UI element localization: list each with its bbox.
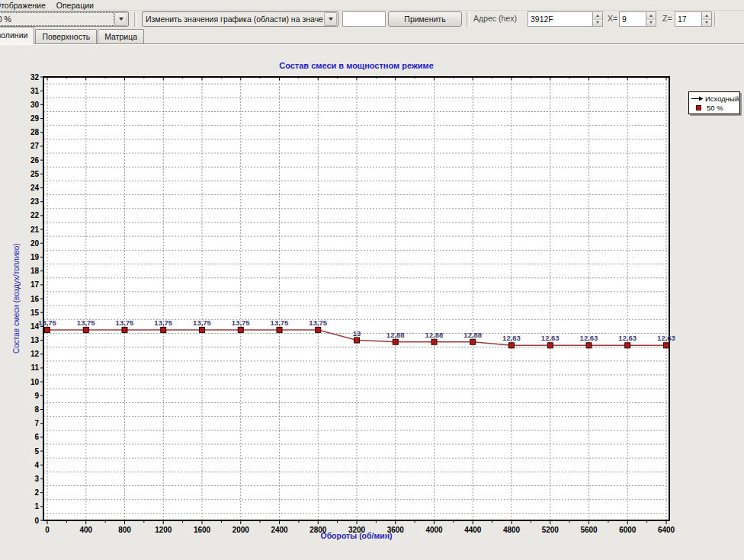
z-coordinate-label: Z= bbox=[662, 14, 672, 23]
y-tick-label: 28 bbox=[30, 128, 40, 136]
point-value-label: 13,75 bbox=[77, 318, 95, 327]
spin-up-icon[interactable] bbox=[646, 12, 656, 20]
y-tick-label: 29 bbox=[30, 114, 40, 123]
y-tick-label: 19 bbox=[30, 253, 40, 261]
data-point[interactable] bbox=[509, 343, 515, 348]
y-tick-label: 24 bbox=[30, 184, 40, 192]
x-coordinate-spinner[interactable] bbox=[619, 11, 656, 27]
y-tick-label: 16 bbox=[30, 295, 40, 303]
operation-select-value: Изменить значения графика (области) на з… bbox=[143, 13, 323, 25]
chevron-down-icon[interactable] bbox=[114, 12, 127, 26]
point-value-label: 13 bbox=[353, 329, 361, 338]
point-value-label: 13,75 bbox=[232, 318, 250, 327]
z-coordinate-input[interactable] bbox=[675, 11, 701, 27]
point-value-label: 12,63 bbox=[580, 334, 598, 342]
data-point[interactable] bbox=[238, 327, 243, 332]
menu-item-operations[interactable]: Операции bbox=[51, 1, 99, 10]
x-tick-label: 5600 bbox=[580, 526, 598, 534]
x-tick-label: 2800 bbox=[309, 526, 327, 534]
x-coordinate-input[interactable] bbox=[619, 11, 646, 27]
z-spin-buttons[interactable] bbox=[701, 11, 712, 27]
x-tick-label: 800 bbox=[118, 526, 131, 534]
map-version-select[interactable]: 50 % bbox=[0, 11, 129, 27]
toolbar-separator bbox=[134, 12, 137, 27]
data-point[interactable] bbox=[625, 343, 630, 348]
spin-up-icon[interactable] bbox=[593, 12, 602, 20]
value-input[interactable] bbox=[342, 11, 386, 27]
data-point[interactable] bbox=[122, 327, 127, 332]
y-tick-label: 17 bbox=[30, 280, 40, 289]
tab-izolinii[interactable]: Изолинии bbox=[0, 27, 34, 44]
spin-down-icon[interactable] bbox=[702, 20, 711, 27]
tab-poverhnost[interactable]: Поверхность bbox=[35, 29, 97, 43]
x-spin-buttons[interactable] bbox=[646, 11, 656, 27]
data-point[interactable] bbox=[83, 327, 88, 332]
x-tick-label: 1200 bbox=[155, 526, 172, 534]
data-point[interactable] bbox=[354, 338, 360, 343]
x-tick-label: 6000 bbox=[619, 526, 637, 534]
x-tick-label: 3200 bbox=[348, 526, 366, 534]
data-point[interactable] bbox=[547, 343, 553, 348]
y-tick-label: 31 bbox=[30, 87, 40, 95]
chevron-down-icon[interactable] bbox=[324, 12, 337, 26]
x-tick-label: 2400 bbox=[271, 526, 288, 534]
legend-item-50: 50 % bbox=[691, 103, 737, 112]
point-value-label: 13,75 bbox=[38, 318, 56, 327]
y-tick-label: 15 bbox=[30, 309, 40, 317]
y-tick-label: 23 bbox=[30, 197, 40, 206]
y-tick-label: 18 bbox=[30, 267, 40, 275]
apply-button[interactable]: Применить bbox=[388, 11, 462, 27]
address-spinner[interactable] bbox=[528, 11, 603, 27]
x-tick-label: 400 bbox=[79, 526, 92, 534]
data-point[interactable] bbox=[586, 343, 592, 348]
chart-area: Состав смеси в мощностном режиме Состав … bbox=[0, 44, 744, 560]
toolbar-separator bbox=[714, 12, 717, 27]
point-value-label: 13,75 bbox=[271, 318, 289, 327]
point-value-label: 12,63 bbox=[657, 334, 675, 342]
menu-item-display[interactable]: Отображение bbox=[0, 1, 51, 10]
x-tick-label: 6400 bbox=[658, 526, 675, 534]
point-value-label: 12,88 bbox=[463, 331, 482, 339]
plot-background bbox=[43, 77, 669, 520]
y-tick-label: 4 bbox=[34, 461, 39, 469]
data-point[interactable] bbox=[393, 339, 398, 344]
plot-canvas[interactable]: 0123456789101112131415161718192021222324… bbox=[0, 45, 744, 560]
point-value-label: 12,63 bbox=[502, 334, 521, 342]
y-tick-label: 10 bbox=[30, 378, 40, 386]
legend-item-ishodny: Исходный bbox=[691, 94, 737, 103]
data-point[interactable] bbox=[161, 327, 166, 332]
line-arrow-marker-icon bbox=[691, 95, 704, 102]
y-tick-label: 22 bbox=[30, 211, 40, 219]
x-tick-label: 4000 bbox=[425, 526, 443, 534]
y-tick-label: 32 bbox=[30, 73, 40, 82]
tab-matrica[interactable]: Матрица bbox=[98, 29, 144, 43]
operation-select[interactable]: Изменить значения графика (области) на з… bbox=[142, 11, 338, 27]
x-tick-label: 1600 bbox=[194, 526, 211, 534]
data-point[interactable] bbox=[277, 327, 282, 332]
y-tick-label: 30 bbox=[30, 101, 40, 109]
spin-down-icon[interactable] bbox=[646, 20, 656, 27]
point-value-label: 13,75 bbox=[309, 318, 327, 327]
x-tick-label: 4800 bbox=[503, 526, 521, 534]
data-point[interactable] bbox=[316, 327, 321, 332]
point-value-label: 13,75 bbox=[154, 318, 172, 327]
tab-strip: Изолинии Поверхность Матрица bbox=[0, 28, 744, 44]
y-tick-label: 11 bbox=[30, 363, 39, 372]
y-tick-label: 2 bbox=[34, 488, 39, 497]
address-input[interactable] bbox=[528, 11, 592, 27]
spin-up-icon[interactable] bbox=[702, 12, 711, 20]
data-point[interactable] bbox=[664, 343, 669, 348]
data-point[interactable] bbox=[470, 339, 476, 344]
y-tick-label: 21 bbox=[30, 226, 40, 234]
address-spin-buttons[interactable] bbox=[592, 11, 603, 27]
data-point[interactable] bbox=[45, 327, 50, 332]
spin-down-icon[interactable] bbox=[593, 20, 602, 27]
x-coordinate-label: X= bbox=[608, 14, 617, 23]
point-value-label: 12,63 bbox=[541, 334, 560, 342]
z-coordinate-spinner[interactable] bbox=[675, 11, 712, 27]
legend-label: Исходный bbox=[705, 94, 739, 103]
data-point[interactable] bbox=[431, 339, 437, 344]
data-point[interactable] bbox=[200, 327, 205, 332]
y-tick-label: 27 bbox=[30, 142, 40, 150]
toolbar-separator bbox=[467, 12, 470, 27]
